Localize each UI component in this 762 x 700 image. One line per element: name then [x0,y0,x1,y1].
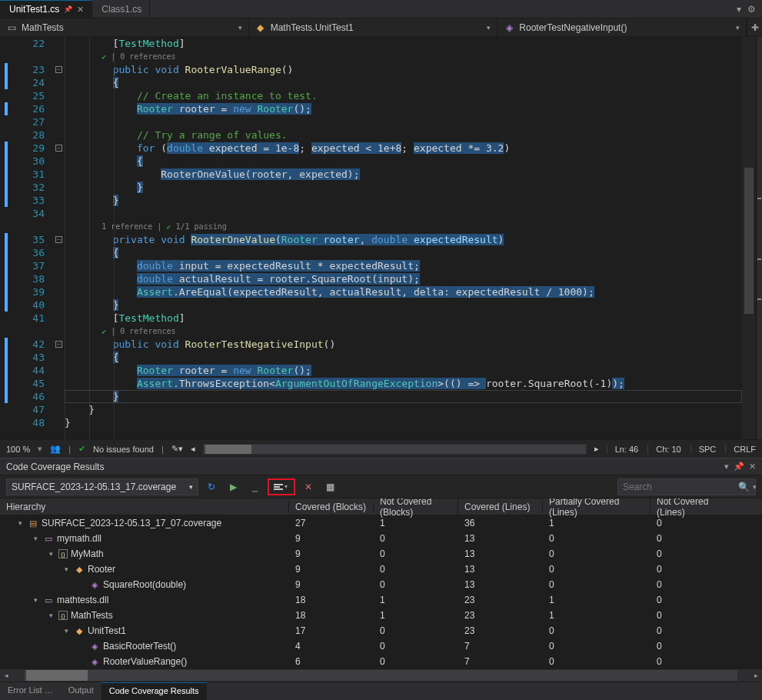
code-editor[interactable]: 2223242526272829303132333435363738394041… [0,37,762,439]
col-covered-blocks[interactable]: Covered (Blocks) [289,502,374,512]
col-covered-lines[interactable]: Covered (Lines) [458,502,543,512]
expand-arrow[interactable]: ▾ [62,565,71,573]
cell: 0 [374,548,458,559]
close-icon[interactable]: ✕ [77,5,84,15]
users-icon[interactable]: 👥 [50,444,61,454]
fold-toggle[interactable]: − [55,341,62,348]
cell: 0 [651,579,735,590]
cursor-line[interactable]: Ln: 46 [607,445,639,454]
cell: 7 [458,641,543,652]
fold-toggle[interactable]: − [55,145,62,152]
fold-toggle[interactable]: − [55,66,62,73]
table-row[interactable]: ◈BasicRooterTest()40700 [0,638,762,654]
row-name: mymath.dll [57,533,101,544]
show-coverage-coloring-button[interactable]: ▾ [268,478,295,495]
expand-arrow[interactable]: ▾ [46,550,55,558]
health-text[interactable]: No issues found [93,445,154,454]
export-icon[interactable]: ▦ [321,478,338,495]
indent-mode[interactable]: SPC [690,445,717,454]
table-row[interactable]: ▾▭mymath.dll901300 [0,531,762,546]
horizontal-scrollbar[interactable] [203,444,587,455]
brush-icon[interactable]: ✎▾ [171,444,183,454]
panel-toolbar: SURFACE_2023-12-05.13_17.coverage ▾ ↻ ▶ … [0,475,762,498]
tab-overflow-dropdown[interactable]: ▾ [737,4,741,15]
tab-unittest1[interactable]: UnitTest1.cs 📌 ✕ [0,0,92,18]
panel-search[interactable]: 🔍 ▾ [617,478,756,495]
table-row[interactable]: ▾{}MyMath901300 [0,546,762,562]
zoom-level[interactable]: 100 % [6,445,30,454]
vertical-scrollbar[interactable] [742,37,756,439]
expand-arrow[interactable]: ▾ [46,612,55,619]
table-row[interactable]: ◈SquareRoot(double)901300 [0,577,762,592]
nav-class[interactable]: ◆ MathTests.UnitTest1 ▾ [249,18,498,36]
file-icon: ▤ [28,518,38,528]
scroll-left[interactable]: ◂ [0,672,12,679]
split-editor-button[interactable]: ✚ [747,18,762,36]
scroll-right[interactable]: ▸ [594,444,599,454]
method-icon: ◈ [504,22,514,33]
scroll-right[interactable]: ▸ [750,672,762,679]
table-row[interactable]: ▾◆Rooter901300 [0,562,762,577]
bottom-tool-tabs: Error List … Output Code Coverage Result… [0,682,762,700]
cell: 9 [289,579,374,590]
nav-project[interactable]: ▭ MathTests ▾ [0,18,249,36]
class-icon: ◆ [255,22,266,33]
remove-icon[interactable]: ✕ [300,478,317,495]
tab-output[interactable]: Output [61,682,101,700]
method-icon: ◈ [89,579,100,590]
cell: 6 [289,656,374,667]
cell: 0 [543,656,651,667]
scroll-left[interactable]: ◂ [191,444,195,454]
cell: 36 [458,518,543,528]
line-ending[interactable]: CRLF [725,445,756,454]
cursor-col[interactable]: Ch: 10 [647,445,680,454]
nav-class-label: MathTests.UnitTest1 [271,22,354,33]
coverage-results-combo[interactable]: SURFACE_2023-12-05.13_17.coverage ▾ [6,478,198,495]
expand-arrow[interactable]: ▾ [62,627,71,635]
panel-title-bar[interactable]: Code Coverage Results ▾ 📌 ✕ [0,458,762,475]
import-icon[interactable]: ▶ [225,478,241,495]
search-icon[interactable]: 🔍 [738,482,750,492]
col-partial-lines[interactable]: Partially Covered (Lines) [543,498,651,518]
tab-class1[interactable]: Class1.cs [92,0,150,18]
expand-arrow[interactable]: ▾ [31,535,40,542]
fold-toggle[interactable]: − [55,236,62,243]
pin-icon[interactable]: 📌 [64,5,72,13]
table-row[interactable]: ▾{}MathTests1812310 [0,608,762,623]
refresh-icon[interactable]: ↻ [203,478,220,495]
expand-arrow[interactable]: ▾ [15,519,25,527]
expand-arrow[interactable]: ▾ [31,596,40,604]
tab-error-list[interactable]: Error List … [0,682,61,700]
window-position-dropdown[interactable]: ▾ [724,462,729,472]
dll-icon: ▭ [43,533,54,544]
search-input[interactable] [623,482,738,492]
chevron-down-icon: ▾ [238,24,242,32]
col-hierarchy[interactable]: Hierarchy [0,502,289,512]
cell: 0 [374,641,458,652]
tab-code-coverage[interactable]: Code Coverage Results [101,682,207,700]
close-icon[interactable]: ✕ [749,462,756,472]
table-header[interactable]: Hierarchy Covered (Blocks) Not Covered (… [0,498,762,515]
table-row[interactable]: ▾▤SURFACE_2023-12-05.13_17_07.coverage27… [0,515,762,531]
chevron-down-icon[interactable]: ▾ [753,483,757,491]
row-name: mathtests.dll [57,595,108,605]
nav-project-label: MathTests [22,22,64,33]
fold-margin[interactable]: −−−− [54,37,65,439]
panel-horizontal-scrollbar[interactable]: ◂ ▸ [0,669,762,682]
cell: 0 [651,641,735,652]
col-notcovered-lines[interactable]: Not Covered (Lines) [651,498,735,518]
ns-icon: {} [58,549,68,558]
nav-member[interactable]: ◈ RooterTestNegativeInput() ▾ [497,18,747,36]
editor-status-bar: 100 % ▾ 👥 | ✔ No issues found | ✎▾ ◂ ▸ L… [0,439,762,458]
table-row[interactable]: ◈RooterValueRange()60700 [0,654,762,669]
overview-ruler[interactable] [756,37,762,439]
merge-icon[interactable]: ⎯ [246,478,263,495]
table-row[interactable]: ▾▭mathtests.dll1812310 [0,592,762,608]
col-notcovered-blocks[interactable]: Not Covered (Blocks) [374,498,458,518]
chevron-down-icon[interactable]: ▾ [38,444,42,454]
table-row[interactable]: ▾◆UnitTest11702300 [0,623,762,638]
code-content[interactable]: [TestMethod] ✔ | 0 references public voi… [65,37,742,439]
coverage-table[interactable]: Hierarchy Covered (Blocks) Not Covered (… [0,498,762,669]
gear-icon[interactable]: ⚙ [747,4,756,15]
pin-icon[interactable]: 📌 [734,462,744,472]
